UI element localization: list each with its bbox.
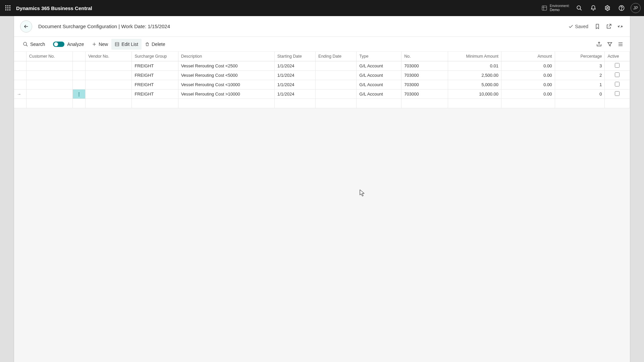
col-percentage[interactable]: Percentage [555, 52, 605, 61]
col-rowmenu[interactable] [72, 52, 85, 61]
notifications-button[interactable] [586, 0, 600, 16]
cell-type[interactable]: G/L Account [357, 80, 401, 89]
cell-no[interactable]: 703000 [401, 89, 448, 99]
empty-cell[interactable] [501, 99, 555, 108]
empty-cell[interactable] [448, 99, 501, 108]
search-button[interactable]: Search [19, 39, 48, 50]
row-menu-button[interactable] [72, 80, 85, 89]
delete-button[interactable]: Delete [142, 39, 168, 50]
list-view-button[interactable] [615, 39, 626, 50]
cell-minimum-amount[interactable]: 10,000.00 [448, 89, 501, 99]
cell-customer-no[interactable] [26, 89, 72, 99]
col-type[interactable]: Type [357, 52, 401, 61]
table-row[interactable]: →⋮FREIGHTVessel Rerouting Cost >100001/1… [14, 89, 630, 99]
help-button[interactable] [614, 0, 629, 16]
cell-starting-date[interactable]: 1/1/2024 [274, 80, 315, 89]
bookmark-button[interactable] [592, 21, 603, 32]
cell-active[interactable] [605, 89, 630, 99]
cell-description[interactable]: Vessel Rerouting Cost <5000 [178, 70, 274, 80]
empty-cell[interactable] [14, 99, 26, 108]
cell-minimum-amount[interactable]: 0.01 [448, 61, 501, 70]
environment-indicator[interactable]: Environment: Demo [541, 4, 570, 12]
row-indicator[interactable]: → [14, 89, 26, 99]
cell-customer-no[interactable] [26, 70, 72, 80]
cell-description[interactable]: Vessel Rerouting Cost <10000 [178, 80, 274, 89]
empty-cell[interactable] [72, 99, 85, 108]
cell-percentage[interactable]: 1 [555, 80, 605, 89]
col-ending-date[interactable]: Ending Date [316, 52, 357, 61]
cell-ending-date[interactable] [316, 61, 357, 70]
row-indicator[interactable] [14, 80, 26, 89]
active-checkbox[interactable] [615, 72, 620, 77]
col-minimum-amount[interactable]: Minimum Amount [448, 52, 501, 61]
table-row[interactable]: FREIGHTVessel Rerouting Cost <100001/1/2… [14, 80, 630, 89]
active-checkbox[interactable] [615, 82, 620, 86]
open-in-new-button[interactable] [603, 21, 614, 32]
cell-vendor-no[interactable] [86, 80, 132, 89]
filter-button[interactable] [604, 39, 615, 50]
cell-vendor-no[interactable] [86, 61, 132, 70]
active-checkbox[interactable] [615, 91, 620, 96]
cell-active[interactable] [605, 80, 630, 89]
data-grid[interactable]: Customer No. Vendor No. Surcharge Group … [14, 52, 630, 108]
table-row[interactable]: FREIGHTVessel Rerouting Cost <50001/1/20… [14, 70, 630, 80]
cell-ending-date[interactable] [316, 89, 357, 99]
user-avatar[interactable]: JP [631, 3, 641, 13]
cell-active[interactable] [605, 70, 630, 80]
col-active[interactable]: Active [605, 52, 630, 61]
cell-customer-no[interactable] [26, 61, 72, 70]
more-vertical-icon[interactable]: ⋮ [77, 92, 81, 97]
new-button[interactable]: New [89, 39, 111, 50]
cell-percentage[interactable]: 3 [555, 61, 605, 70]
col-surcharge-group[interactable]: Surcharge Group [132, 52, 178, 61]
empty-cell[interactable] [132, 99, 178, 108]
col-starting-date[interactable]: Starting Date [274, 52, 315, 61]
cell-ending-date[interactable] [316, 80, 357, 89]
col-no[interactable]: No. [401, 52, 448, 61]
row-menu-button[interactable]: ⋮ [72, 89, 85, 99]
app-launcher-icon[interactable] [3, 3, 13, 13]
cell-starting-date[interactable]: 1/1/2024 [274, 61, 315, 70]
empty-cell[interactable] [401, 99, 448, 108]
cell-surcharge-group[interactable]: FREIGHT [132, 89, 178, 99]
empty-cell[interactable] [178, 99, 274, 108]
col-select[interactable] [14, 52, 26, 61]
cell-surcharge-group[interactable]: FREIGHT [132, 61, 178, 70]
empty-cell[interactable] [357, 99, 401, 108]
table-row[interactable]: FREIGHTVessel Rerouting Cost <25001/1/20… [14, 61, 630, 70]
cell-amount[interactable]: 0.00 [501, 61, 555, 70]
cell-description[interactable]: Vessel Rerouting Cost >10000 [178, 89, 274, 99]
cell-surcharge-group[interactable]: FREIGHT [132, 70, 178, 80]
cell-amount[interactable]: 0.00 [501, 70, 555, 80]
analyze-toggle[interactable] [53, 42, 64, 47]
cell-amount[interactable]: 0.00 [501, 80, 555, 89]
cell-no[interactable]: 703000 [401, 70, 448, 80]
cell-description[interactable]: Vessel Rerouting Cost <2500 [178, 61, 274, 70]
empty-cell[interactable] [86, 99, 132, 108]
cell-active[interactable] [605, 61, 630, 70]
edit-list-button[interactable]: Edit List [111, 39, 142, 50]
cell-minimum-amount[interactable]: 5,000.00 [448, 80, 501, 89]
row-indicator[interactable] [14, 61, 26, 70]
cell-no[interactable]: 703000 [401, 61, 448, 70]
empty-cell[interactable] [26, 99, 72, 108]
cell-customer-no[interactable] [26, 80, 72, 89]
row-menu-button[interactable] [72, 70, 85, 80]
cell-vendor-no[interactable] [86, 89, 132, 99]
empty-cell[interactable] [605, 99, 630, 108]
col-description[interactable]: Description [178, 52, 274, 61]
cell-surcharge-group[interactable]: FREIGHT [132, 80, 178, 89]
share-button[interactable] [594, 39, 604, 50]
row-indicator[interactable] [14, 70, 26, 80]
table-row-empty[interactable] [14, 99, 630, 108]
cell-vendor-no[interactable] [86, 70, 132, 80]
col-vendor-no[interactable]: Vendor No. [86, 52, 132, 61]
empty-cell[interactable] [316, 99, 357, 108]
empty-cell[interactable] [274, 99, 315, 108]
cell-percentage[interactable]: 0 [555, 89, 605, 99]
empty-cell[interactable] [555, 99, 605, 108]
cell-type[interactable]: G/L Account [357, 61, 401, 70]
row-menu-button[interactable] [72, 61, 85, 70]
cell-amount[interactable]: 0.00 [501, 89, 555, 99]
col-customer-no[interactable]: Customer No. [26, 52, 72, 61]
